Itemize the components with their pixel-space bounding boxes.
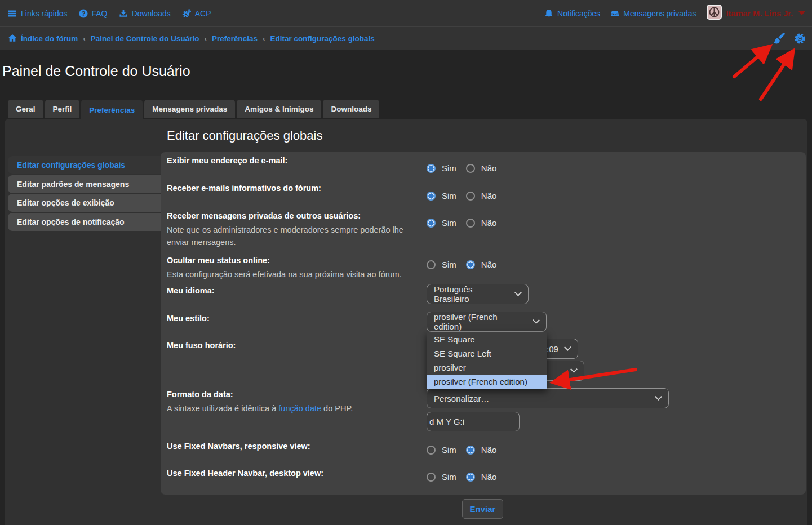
- radio-group-fixed_navbars: SimNão: [427, 445, 500, 455]
- radio-group-mass_email: SimNão: [427, 191, 500, 201]
- chevron-down-icon: [570, 366, 578, 373]
- radio-label: Não: [481, 163, 497, 173]
- acp-link[interactable]: ACP: [182, 9, 211, 18]
- download-icon: [119, 9, 128, 18]
- tab-downloads[interactable]: Downloads: [323, 100, 379, 118]
- style-option-se-square[interactable]: SE Square: [427, 332, 547, 346]
- faq-link[interactable]: ?FAQ: [79, 9, 108, 18]
- chevron-down-icon: [655, 393, 662, 401]
- ucp-tabs: GeralPerfilPreferênciasMensagens privada…: [8, 100, 379, 121]
- breadcrumb-link[interactable]: Editar configurações globais: [270, 34, 375, 43]
- username: Itamar M. Lins Jr.: [726, 9, 793, 18]
- field-label-language: Meu idioma:: [167, 286, 423, 295]
- field-label-date_format: Formato da data:: [167, 390, 423, 399]
- breadcrumb-separator: ‹: [83, 34, 86, 43]
- radio-label: Não: [481, 191, 497, 201]
- notifications-link[interactable]: Notificações: [544, 9, 600, 18]
- breadcrumb-link[interactable]: Preferências: [212, 34, 258, 43]
- radio-group-show_email: SimNão: [427, 163, 500, 173]
- home-icon: [8, 34, 17, 43]
- style-option-se-square-left[interactable]: SE Square Left: [427, 346, 547, 361]
- field-label-show_email: Exibir meu endereço de e-mail:: [167, 156, 423, 165]
- radio-label: Sim: [442, 163, 456, 173]
- downloads-link[interactable]: Downloads: [119, 9, 171, 18]
- radio-group-fixed_header: SimNão: [427, 472, 500, 482]
- php-date-function-link[interactable]: função date: [278, 404, 321, 413]
- user-menu[interactable]: Itamar M. Lins Jr.: [707, 5, 805, 22]
- field-label-fixed_navbars: Use Fixed Navbars, responsive view:: [167, 442, 423, 451]
- caret-down-icon: [798, 11, 805, 15]
- submit-button[interactable]: Enviar: [462, 499, 503, 519]
- radio-group-hide_online: SimNão: [427, 260, 500, 269]
- annotation-arrow: [734, 48, 768, 77]
- sidebar-item[interactable]: Editar opções de notificação: [8, 213, 161, 231]
- radio-mass_email-não[interactable]: [466, 192, 475, 201]
- select-language-value: Português Brasileiro: [434, 284, 509, 304]
- bell-icon: [544, 9, 553, 18]
- sidebar-item[interactable]: Editar padrões de mensagens: [8, 175, 161, 193]
- breadcrumb-label: Editar configurações globais: [270, 34, 375, 43]
- downloads-label: Downloads: [132, 9, 171, 18]
- gears-icon: [182, 9, 191, 18]
- radio-group-allow_pm: SimNão: [427, 218, 500, 228]
- radio-hide_online-não[interactable]: [466, 260, 475, 269]
- style-switcher-icon[interactable]: [772, 32, 786, 45]
- style-option-prosilver-french-edition-[interactable]: prosilver (French edition): [427, 375, 547, 389]
- select-date-format[interactable]: Personalizar…: [427, 388, 669, 408]
- sidebar-item[interactable]: Editar opções de exibição: [8, 194, 161, 212]
- radio-label: Não: [481, 445, 497, 455]
- radio-fixed_navbars-não[interactable]: [466, 446, 475, 455]
- radio-label: Não: [481, 472, 497, 482]
- sidebar-item[interactable]: Editar configurações globais: [8, 156, 161, 174]
- field-label-style: Meu estilo:: [167, 314, 423, 323]
- quick-links-link[interactable]: Links rápidos: [8, 9, 68, 18]
- radio-show_email-não[interactable]: [466, 164, 475, 173]
- radio-label: Sim: [442, 472, 456, 482]
- date-format-input[interactable]: d M Y G:i: [427, 412, 520, 431]
- faq-label: FAQ: [92, 9, 108, 18]
- field-label-hide_online: Ocultar meu status online:: [167, 256, 423, 265]
- annotation-arrow: [761, 53, 792, 99]
- radio-allow_pm-não[interactable]: [466, 219, 475, 228]
- private-messages-label: Mensagens privadas: [623, 9, 696, 18]
- field-label-allow_pm: Receber mensagens privadas de outros usu…: [167, 211, 423, 220]
- breadcrumb-link[interactable]: Índice do fórum: [8, 34, 78, 43]
- breadcrumb-label: Índice do fórum: [21, 34, 78, 43]
- radio-hide_online-sim[interactable]: [427, 260, 436, 269]
- breadcrumb-bar: Índice do fórum‹Painel de Controle do Us…: [0, 26, 812, 50]
- tab-geral[interactable]: Geral: [8, 100, 43, 118]
- radio-label: Não: [481, 260, 497, 269]
- private-messages-link[interactable]: Mensagens privadas: [610, 9, 696, 18]
- radio-label: Sim: [442, 218, 456, 228]
- select-style-value: prosilver (French edition): [434, 312, 527, 331]
- settings-icon[interactable]: [793, 32, 806, 45]
- select-style[interactable]: prosilver (French edition): [427, 312, 547, 332]
- quick-links-group: Links rápidos?FAQDownloadsACP: [8, 9, 211, 18]
- tab-mensagens-privadas[interactable]: Mensagens privadas: [144, 100, 235, 118]
- tab-perfil[interactable]: Perfil: [45, 100, 80, 118]
- radio-fixed_header-não[interactable]: [466, 473, 475, 482]
- radio-allow_pm-sim[interactable]: [427, 219, 436, 228]
- field-note-date_format: A sintaxe utilizada é idêntica à função …: [167, 402, 421, 415]
- page-title: Painel de Controle do Usuário: [2, 63, 190, 79]
- chevron-down-icon: [533, 317, 540, 324]
- radio-fixed_header-sim[interactable]: [427, 473, 436, 482]
- select-timezone-current-time-value: :09: [547, 344, 558, 354]
- radio-fixed_navbars-sim[interactable]: [427, 446, 436, 455]
- tab-prefer-ncias[interactable]: Preferências: [81, 100, 143, 121]
- question-circle-icon: ?: [79, 9, 88, 18]
- breadcrumb-label: Preferências: [212, 34, 258, 43]
- style-option-prosilver[interactable]: prosilver: [427, 361, 547, 375]
- radio-label: Sim: [442, 445, 456, 455]
- acp-label: ACP: [195, 9, 211, 18]
- radio-show_email-sim[interactable]: [427, 164, 436, 173]
- select-language[interactable]: Português Brasileiro: [427, 284, 529, 304]
- field-label-fixed_header: Use Fixed Header Navbar, desktop view:: [167, 469, 423, 478]
- radio-mass_email-sim[interactable]: [427, 192, 436, 201]
- breadcrumb-link[interactable]: Painel de Controle do Usuário: [91, 34, 199, 43]
- tab-amigos-inimigos[interactable]: Amigos & Inimigos: [237, 100, 321, 118]
- breadcrumb-separator: ‹: [263, 34, 265, 43]
- inbox-icon: [610, 9, 619, 18]
- radio-label: Não: [481, 218, 497, 228]
- field-label-mass_email: Receber e-mails informativos do fórum:: [167, 184, 423, 193]
